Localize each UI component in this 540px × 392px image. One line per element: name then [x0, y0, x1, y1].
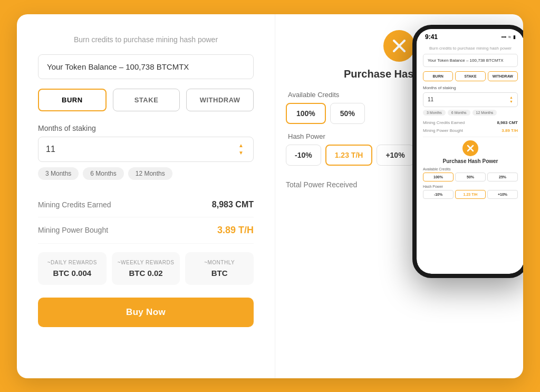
withdraw-button[interactable]: WITHDRAW — [186, 89, 254, 111]
ph-hash-label: Hash Power — [423, 185, 518, 188]
mining-power-row: Mining Power Bought 3.89 T/H — [38, 217, 254, 244]
month-shortcuts: 3 Months 6 Months 12 Months — [38, 167, 254, 180]
right-panel: Purchase Hash Power Available Credits 10… — [275, 14, 523, 378]
ph-stepper[interactable]: ▲ ▼ — [509, 95, 513, 104]
months-value: 11 — [46, 145, 55, 154]
ph-months-label: Months of staking — [423, 85, 518, 90]
ph-months-row: 11 ▲ ▼ — [423, 92, 518, 108]
mining-power-label: Mining Power Bought — [38, 226, 108, 234]
ph-credits-label: Available Credits — [423, 167, 518, 171]
stake-button[interactable]: STAKE — [113, 89, 180, 111]
subtitle: Burn credits to purchase mining hash pow… — [38, 35, 254, 44]
hash-power-label: Hash Power — [286, 132, 325, 140]
mining-power-value: 3.89 T/H — [217, 225, 254, 236]
action-buttons: BURN STAKE WITHDRAW — [38, 89, 254, 111]
phone-screen: 9:41 ▪▪▪ ≈ ▮ Burn credits to purchase mi… — [417, 29, 523, 274]
ph-mining-power-label: Mining Power Bought — [423, 128, 463, 133]
ph-credit-25[interactable]: 25% — [487, 173, 518, 181]
phone-mockup: 9:41 ▪▪▪ ≈ ▮ Burn credits to purchase mi… — [412, 25, 523, 278]
ph-mining-credits-value: 8,983 CMT — [497, 120, 518, 125]
ph-mining-credits-row: Mining Credits Earned 8,983 CMT — [423, 119, 518, 127]
rewards-row: ~DAILY REWARDS BTC 0.004 ~WEEKLY REWARDS… — [38, 252, 254, 285]
ph-chips: 3 Months 6 Months 12 Months — [423, 110, 518, 116]
ph-mining-credits-label: Mining Credits Earned — [423, 120, 465, 125]
total-power-label: Total Power Received — [286, 180, 357, 189]
hash-buttons: -10% 1.23 T/H +10% — [286, 145, 414, 166]
ph-burn-btn[interactable]: BURN — [423, 71, 453, 81]
ph-chip-6[interactable]: 6 Months — [448, 110, 470, 116]
months-label: Months of staking — [38, 124, 254, 132]
months-input-row: 11 ▲ ▼ — [38, 137, 254, 162]
token-balance-box: Your Token Balance – 100,738 BTCMTX — [38, 54, 254, 79]
ph-stepper-up[interactable]: ▲ — [509, 95, 513, 100]
ph-hash-plus[interactable]: +10% — [487, 190, 518, 199]
battery-icon: ▮ — [513, 34, 516, 40]
ph-chip-12[interactable]: 12 Months — [472, 110, 497, 116]
signal-icon: ▪▪▪ — [501, 34, 506, 40]
mining-credits-label: Mining Credits Earned — [38, 200, 111, 209]
ph-hash-minus[interactable]: -10% — [423, 190, 454, 199]
phone-content: Burn credits to purchase mining hash pow… — [417, 43, 523, 274]
hash-plus-button[interactable]: +10% — [377, 145, 413, 166]
credit-buttons: 100% 50% — [286, 103, 365, 124]
ph-stake-btn[interactable]: STAKE — [455, 71, 485, 81]
ph-purchase-icon — [462, 140, 478, 156]
mining-credits-row: Mining Credits Earned 8,983 CMT — [38, 193, 254, 217]
ph-hash-val[interactable]: 1.23 T/H — [455, 190, 486, 199]
ph-months-val: 11 — [428, 97, 433, 102]
months-stepper[interactable]: ▲ ▼ — [236, 142, 246, 156]
buy-now-button[interactable]: Buy Now — [38, 298, 254, 327]
ph-credit-50[interactable]: 50% — [455, 173, 486, 181]
daily-reward-value: BTC 0.004 — [43, 269, 101, 278]
phone-icons: ▪▪▪ ≈ ▮ — [501, 34, 516, 40]
ph-mining-power-row: Mining Power Bought 3.89 T/H — [423, 127, 518, 135]
monthly-reward-card: ~MONTHLY BTC — [185, 252, 254, 285]
ph-chip-3[interactable]: 3 Months — [423, 110, 446, 116]
stepper-up[interactable]: ▲ — [236, 142, 246, 149]
monthly-reward-label: ~MONTHLY — [190, 260, 248, 265]
wifi-icon: ≈ — [508, 34, 511, 40]
ph-withdraw-btn[interactable]: WITHDRAW — [488, 71, 518, 81]
weekly-reward-label: ~WEEKLY REWARDS — [117, 260, 175, 265]
stepper-down[interactable]: ▼ — [236, 150, 246, 156]
chip-6-months[interactable]: 6 Months — [83, 167, 123, 180]
daily-reward-label: ~DAILY REWARDS — [43, 260, 101, 265]
credit-100-button[interactable]: 100% — [286, 103, 326, 124]
ph-action-btns: BURN STAKE WITHDRAW — [423, 71, 518, 81]
weekly-reward-value: BTC 0.02 — [117, 269, 175, 278]
burn-button[interactable]: BURN — [38, 89, 107, 111]
monthly-reward-value: BTC — [190, 269, 248, 278]
chip-12-months[interactable]: 12 Months — [128, 167, 172, 180]
hash-minus-button[interactable]: -10% — [286, 145, 321, 166]
ph-stepper-down[interactable]: ▼ — [509, 100, 513, 104]
credit-50-button[interactable]: 50% — [330, 103, 365, 124]
ph-hash-btns: -10% 1.23 T/H +10% — [423, 190, 518, 199]
weekly-reward-card: ~WEEKLY REWARDS BTC 0.02 — [112, 252, 180, 285]
left-panel: Burn credits to purchase mining hash pow… — [17, 14, 275, 378]
ph-purchase-title: Purchase Hash Power — [423, 158, 518, 164]
ph-divider — [423, 137, 518, 137]
chip-3-months[interactable]: 3 Months — [38, 167, 79, 180]
phone-status-bar: 9:41 ▪▪▪ ≈ ▮ — [417, 29, 523, 43]
hash-value-button[interactable]: 1.23 T/H — [325, 145, 373, 166]
ph-credit-100[interactable]: 100% — [423, 173, 454, 181]
main-card: Burn credits to purchase mining hash pow… — [17, 14, 523, 378]
ph-token-box: Your Token Balance – 100,738 BTCMTX — [423, 54, 518, 67]
purchase-icon — [383, 30, 415, 62]
ph-subtitle: Burn credits to purchase mining hash pow… — [423, 46, 518, 51]
ph-x-icon — [466, 144, 475, 152]
x-icon — [391, 37, 408, 54]
daily-reward-card: ~DAILY REWARDS BTC 0.004 — [38, 252, 107, 285]
mining-credits-value: 8,983 CMT — [212, 200, 254, 209]
phone-time: 9:41 — [425, 33, 438, 41]
ph-credit-btns: 100% 50% 25% — [423, 173, 518, 181]
ph-mining-power-value: 3.89 T/H — [502, 128, 518, 133]
available-credits-label: Available Credits — [286, 91, 339, 99]
